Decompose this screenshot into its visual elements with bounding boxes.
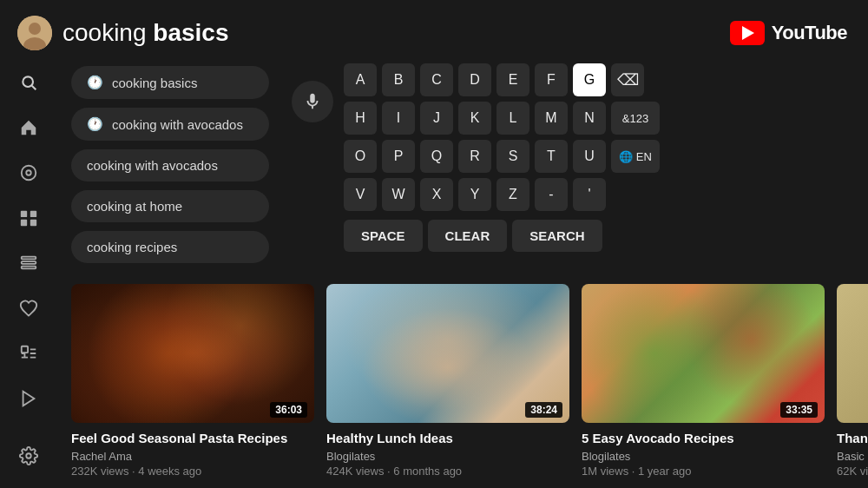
videos-section: 36:03 Feel Good Seasonal Pasta Recipes R… xyxy=(57,277,868,478)
svg-rect-13 xyxy=(22,267,36,269)
video-meta: 62K vi... xyxy=(837,465,868,478)
key-D[interactable]: D xyxy=(458,63,491,96)
svg-point-1 xyxy=(29,23,41,35)
keyboard-area: A B C D E F G ⌫ H I J xyxy=(283,59,868,270)
history-icon[interactable] xyxy=(10,379,48,418)
svg-rect-9 xyxy=(21,220,27,226)
center-panel: 🕐 cooking basics 🕐 cooking with avocados… xyxy=(57,59,868,482)
key-N[interactable]: N xyxy=(573,102,606,135)
key-R[interactable]: R xyxy=(458,140,491,173)
history-suggestion-icon: 🕐 xyxy=(87,75,103,90)
video-duration: 33:35 xyxy=(780,402,818,418)
clear-button[interactable]: CLEAR xyxy=(428,220,508,252)
suggestion-item[interactable]: cooking recipes xyxy=(71,231,269,263)
suggestion-item[interactable]: 🕐 cooking with avocados xyxy=(71,108,269,141)
key-U[interactable]: U xyxy=(573,140,606,173)
suggestion-text: cooking basics xyxy=(112,76,197,90)
keyboard-with-mic: A B C D E F G ⌫ H I J xyxy=(292,63,868,252)
header-left: cooking basics xyxy=(17,16,228,50)
video-thumbnail: 38:24 xyxy=(326,284,569,423)
settings-icon[interactable] xyxy=(10,437,48,475)
key-W[interactable]: W xyxy=(382,178,415,211)
video-channel: Rachel Ama xyxy=(71,450,314,463)
subscriptions-icon[interactable] xyxy=(10,199,48,237)
explore-icon[interactable] xyxy=(10,154,48,192)
suggestion-item[interactable]: cooking at home xyxy=(71,190,269,222)
youtube-logo: YouTube xyxy=(730,21,847,45)
keyboard-grid: A B C D E F G ⌫ H I J xyxy=(344,63,660,252)
video-card[interactable]: 36:03 Feel Good Seasonal Pasta Recipes R… xyxy=(71,284,314,478)
video-title: Healthy Lunch Ideas xyxy=(326,430,569,447)
video-card[interactable]: Than... Basic C... 62K vi... xyxy=(837,284,868,478)
video-meta: 424K views · 6 months ago xyxy=(326,465,569,478)
backspace-key[interactable]: ⌫ xyxy=(611,63,644,96)
key-X[interactable]: X xyxy=(420,178,453,211)
key-E[interactable]: E xyxy=(496,63,529,96)
key-T[interactable]: T xyxy=(535,140,568,173)
key-Q[interactable]: Q xyxy=(420,140,453,173)
key-row-3: O P Q R S T U 🌐 EN xyxy=(344,140,660,173)
svg-line-4 xyxy=(32,86,36,90)
key-C[interactable]: C xyxy=(420,63,453,96)
suggestion-item[interactable]: cooking with avocados xyxy=(71,149,269,181)
svg-rect-14 xyxy=(22,346,28,353)
svg-rect-10 xyxy=(30,220,36,226)
suggestion-text: cooking with avocados xyxy=(112,117,243,132)
library-icon[interactable] xyxy=(10,244,48,282)
key-J[interactable]: J xyxy=(420,102,453,135)
key-G[interactable]: G xyxy=(573,63,606,96)
svg-rect-12 xyxy=(22,261,36,264)
search-icon[interactable] xyxy=(10,63,48,102)
svg-rect-7 xyxy=(21,211,27,217)
key-row-2: H I J K L M N &123 xyxy=(344,102,660,135)
liked-icon[interactable] xyxy=(10,289,48,327)
key-V[interactable]: V xyxy=(344,178,377,211)
space-button[interactable]: SPACE xyxy=(344,220,423,252)
key-L[interactable]: L xyxy=(496,102,529,135)
video-channel: Basic C... xyxy=(837,450,868,463)
key-O[interactable]: O xyxy=(344,140,377,173)
suggestion-item[interactable]: 🕐 cooking basics xyxy=(71,66,269,99)
key-P[interactable]: P xyxy=(382,140,415,173)
key-M[interactable]: M xyxy=(535,102,568,135)
key-A[interactable]: A xyxy=(344,63,377,96)
search-area: 🕐 cooking basics 🕐 cooking with avocados… xyxy=(57,59,868,277)
title-normal: cooking xyxy=(62,19,153,46)
video-info: 5 Easy Avocado Recipes Blogilates 1M vie… xyxy=(582,423,825,478)
video-title: 5 Easy Avocado Recipes xyxy=(582,430,825,447)
header: cooking basics YouTube xyxy=(0,0,868,59)
key-Z[interactable]: Z xyxy=(496,178,529,211)
home-icon[interactable] xyxy=(10,109,48,147)
youtube-label: YouTube xyxy=(772,22,847,44)
video-channel: Blogilates xyxy=(582,450,825,463)
downloads-icon[interactable] xyxy=(10,334,48,373)
key-dash[interactable]: - xyxy=(535,178,568,211)
mic-button[interactable] xyxy=(292,81,333,122)
key-I[interactable]: I xyxy=(382,102,415,135)
videos-grid: 36:03 Feel Good Seasonal Pasta Recipes R… xyxy=(71,284,868,478)
suggestion-text: cooking with avocados xyxy=(87,158,218,173)
key-K[interactable]: K xyxy=(458,102,491,135)
key-H[interactable]: H xyxy=(344,102,377,135)
video-card[interactable]: 33:35 5 Easy Avocado Recipes Blogilates … xyxy=(582,284,825,478)
key-Y[interactable]: Y xyxy=(458,178,491,211)
video-duration: 36:03 xyxy=(270,402,307,418)
search-button[interactable]: SEARCH xyxy=(512,220,602,252)
suggestion-text: cooking recipes xyxy=(87,240,177,254)
key-F[interactable]: F xyxy=(535,63,568,96)
video-meta: 1M views · 1 year ago xyxy=(582,465,825,478)
video-thumbnail xyxy=(837,284,868,423)
language-key[interactable]: 🌐 EN xyxy=(611,140,660,173)
youtube-icon xyxy=(730,21,765,45)
video-meta: 232K views · 4 weeks ago xyxy=(71,465,314,478)
svg-marker-15 xyxy=(23,392,35,406)
suggestion-text: cooking at home xyxy=(87,199,182,214)
video-card[interactable]: 38:24 Healthy Lunch Ideas Blogilates 424… xyxy=(326,284,569,478)
key-S[interactable]: S xyxy=(496,140,529,173)
key-row-4: V W X Y Z - ' xyxy=(344,178,660,211)
avatar[interactable] xyxy=(17,16,52,50)
key-apostrophe[interactable]: ' xyxy=(573,178,606,211)
numbers-key[interactable]: &123 xyxy=(611,102,660,135)
svg-rect-8 xyxy=(30,211,36,217)
key-B[interactable]: B xyxy=(382,63,415,96)
